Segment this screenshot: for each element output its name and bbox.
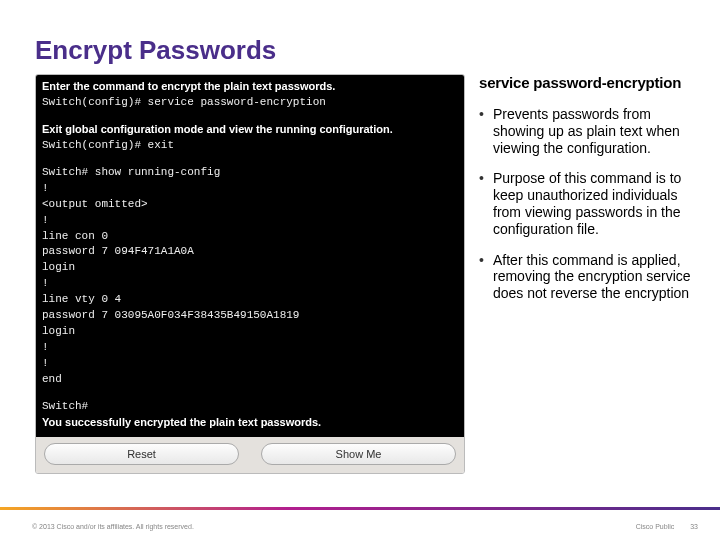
showme-button[interactable]: Show Me [261, 443, 456, 465]
confidentiality-label: Cisco Public [636, 523, 675, 530]
terminal-panel: Enter the command to encrypt the plain t… [35, 74, 465, 474]
slide-title: Encrypt Passwords [0, 0, 720, 66]
copyright-text: © 2013 Cisco and/or its affiliates. All … [32, 523, 194, 530]
bullet-item: Prevents passwords from showing up as pl… [479, 106, 700, 156]
terminal-line: password 7 03095A0F034F38435B49150A1819 [42, 308, 458, 324]
explanation-column: service password-encryption Prevents pas… [479, 74, 700, 474]
terminal-success: You successfully encrypted the plain tex… [42, 415, 458, 431]
terminal-instruction: Enter the command to encrypt the plain t… [42, 79, 458, 95]
bullet-item: Purpose of this command is to keep unaut… [479, 170, 700, 237]
terminal-line: line vty 0 4 [42, 292, 458, 308]
reset-button[interactable]: Reset [44, 443, 239, 465]
terminal-line: ! [42, 276, 458, 292]
terminal-line: password 7 094F471A1A0A [42, 244, 458, 260]
terminal-line: ! [42, 213, 458, 229]
footer: © 2013 Cisco and/or its affiliates. All … [0, 523, 720, 530]
bullet-list: Prevents passwords from showing up as pl… [479, 106, 700, 302]
terminal-line: ! [42, 181, 458, 197]
terminal-line: <output omitted> [42, 197, 458, 213]
slide: Encrypt Passwords Enter the command to e… [0, 0, 720, 540]
main-content-row: Enter the command to encrypt the plain t… [0, 66, 720, 474]
terminal-line: Switch(config)# exit [42, 138, 458, 154]
accent-divider [0, 507, 720, 510]
terminal-instruction: Exit global configuration mode and view … [42, 122, 458, 138]
bullet-item: After this command is applied, removing … [479, 252, 700, 302]
terminal-line: login [42, 324, 458, 340]
button-bar: Reset Show Me [36, 437, 464, 473]
terminal-line: end [42, 372, 458, 388]
command-name: service password-encryption [479, 74, 700, 92]
terminal-line: Switch# show running-config [42, 165, 458, 181]
terminal-line: ! [42, 356, 458, 372]
terminal-output: Enter the command to encrypt the plain t… [36, 75, 464, 437]
terminal-line: ! [42, 340, 458, 356]
terminal-line: Switch(config)# service password-encrypt… [42, 95, 458, 111]
terminal-line: line con 0 [42, 229, 458, 245]
terminal-line: login [42, 260, 458, 276]
page-number: 33 [690, 523, 698, 530]
terminal-line: Switch# [42, 399, 458, 415]
